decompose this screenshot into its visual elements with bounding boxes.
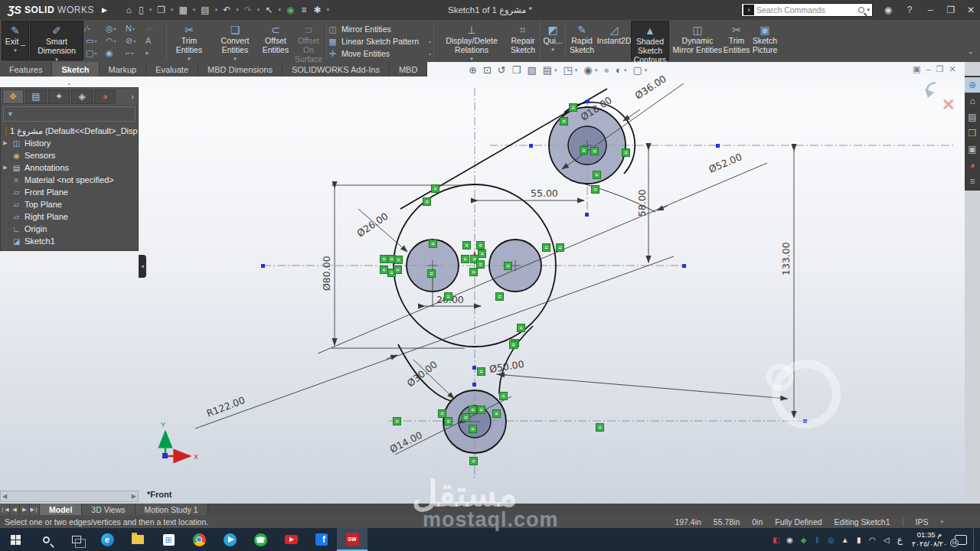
panel-splitter-handle[interactable]: ◂ [139, 255, 146, 278]
display-style-icon[interactable]: ◉ [583, 64, 592, 76]
zoom-area-icon[interactable]: ⊡ [483, 64, 492, 76]
tree-item-top-plane[interactable]: ▱ Top Plane [2, 198, 138, 210]
tray-app2-icon[interactable]: ◉ [786, 536, 795, 544]
file-properties-icon[interactable]: ≡ [299, 4, 309, 16]
constraint-icon[interactable]: = [580, 146, 588, 155]
facebook-app[interactable]: f [306, 528, 337, 551]
convert-entities-button[interactable]: ❏ Convert Entities ▾ [211, 21, 259, 60]
ellipse-tool[interactable]: ⊘▾ [126, 34, 145, 47]
constraint-icon[interactable]: = [477, 406, 485, 414]
tab-display-manager[interactable]: ◕ [94, 90, 116, 104]
previous-view-icon[interactable]: ↺ [498, 64, 506, 76]
tab-property-manager[interactable]: ▤ [25, 90, 47, 104]
nav-next-icon[interactable]: ▶ [20, 504, 30, 515]
tab-features[interactable]: Features [0, 62, 52, 77]
doc-restore-icon[interactable]: ❐ [936, 64, 944, 74]
minimize-button[interactable]: – [921, 0, 939, 20]
print-icon[interactable]: ▤ [198, 4, 211, 16]
shaded-sketch-contours-button[interactable]: ▲ Shaded Sketch Contours [631, 21, 669, 60]
3dexperience-icon[interactable]: ⊕ [965, 77, 980, 93]
constraint-icon[interactable]: = [476, 241, 485, 249]
graphics-area[interactable]: Ø36.00 Ø18.00 55.00 58.00 Ø52.00 Ø26.00 … [0, 62, 980, 504]
tab-dimxpert-manager[interactable]: ◈ [71, 90, 93, 104]
sketch-point[interactable] [585, 213, 589, 217]
unit-system[interactable]: IPS [916, 517, 929, 527]
start-button[interactable] [0, 528, 31, 551]
tab-motion-study[interactable]: Motion Study 1 [136, 504, 208, 515]
constraint-icon[interactable]: = [590, 147, 599, 155]
scroll-left-icon[interactable]: ◀ [2, 493, 7, 500]
logo-flyout-icon[interactable]: ▶ [102, 6, 107, 14]
new-document-icon[interactable]: ▯ [136, 4, 146, 16]
constraint-icon[interactable]: = [469, 268, 478, 276]
battery-icon[interactable]: ▮ [854, 536, 864, 544]
constraint-icon[interactable]: = [499, 392, 508, 400]
tab-solidworks-addins[interactable]: SOLIDWORKS Add-Ins [283, 62, 390, 77]
solidworks-app[interactable]: SW [337, 528, 368, 551]
constraint-icon[interactable]: = [462, 413, 470, 422]
view-settings-icon[interactable]: ▢ [632, 64, 642, 76]
constraint-icon[interactable]: = [431, 184, 439, 193]
constraint-icon[interactable]: = [462, 241, 471, 249]
nav-first-icon[interactable]: ❘◀ [0, 504, 10, 515]
tab-model[interactable]: Model [40, 504, 82, 515]
display-delete-relations-button[interactable]: ⟂ Display/Delete Relations ▾ [436, 21, 507, 60]
constraint-icon[interactable]: = [429, 240, 437, 248]
file-explorer-app[interactable] [122, 528, 153, 551]
view-orientation-icon[interactable]: ◳ [563, 64, 572, 76]
select-cursor-icon[interactable]: ↖ [263, 4, 275, 16]
constraint-icon[interactable]: = [444, 292, 452, 301]
view-palette-icon[interactable]: ▣ [965, 142, 980, 157]
circle-tool[interactable]: ◎▾ [106, 22, 126, 34]
constraint-icon[interactable]: = [427, 269, 436, 278]
tab-feature-tree[interactable]: ❖ [2, 90, 24, 104]
tree-item-origin[interactable]: ∟ Origin [2, 223, 138, 235]
constraint-icon[interactable]: = [469, 425, 477, 433]
zoom-fit-icon[interactable]: ⊕ [469, 64, 477, 76]
fillet-tool[interactable]: ⌐▾ [126, 47, 145, 59]
section-view-icon[interactable]: ❒ [512, 64, 521, 76]
point-tool[interactable]: ◉ [106, 47, 126, 59]
exit-sketch-button[interactable]: ✎ Exit _ ▾ [2, 21, 29, 60]
constraint-icon[interactable]: = [560, 117, 568, 126]
tray-app4-icon[interactable]: ◎ [827, 536, 836, 544]
instant2d-button[interactable]: ◿ Instant2D [598, 21, 630, 60]
tab-mbd[interactable]: MBD [390, 62, 427, 77]
taskbar-search-button[interactable] [31, 528, 61, 551]
constraint-icon[interactable]: = [394, 266, 402, 274]
constraint-icon[interactable]: = [569, 103, 577, 112]
view-sheet-icon[interactable]: ▤ [543, 64, 552, 76]
tree-item-history[interactable]: ▶ ◫ History [2, 137, 138, 149]
sketch-point[interactable] [529, 144, 533, 148]
constraint-icon[interactable]: = [477, 367, 485, 376]
volume-icon[interactable]: ◁ [882, 536, 891, 544]
smart-dimension-button[interactable]: ✐ Smart Dimension ▾ [30, 21, 83, 60]
point-small-tool[interactable]: ▪ [145, 47, 165, 59]
constraint-icon[interactable]: = [461, 255, 469, 263]
constraint-icon[interactable]: = [444, 417, 452, 425]
repair-sketch-button[interactable]: ⌗ Repair Sketch [508, 21, 538, 60]
telegram-app[interactable] [214, 528, 245, 551]
undo-icon[interactable]: ↶ [220, 4, 233, 16]
tree-item-material[interactable]: ≡ Material <not specified> [2, 174, 138, 186]
constraint-icon[interactable]: = [504, 262, 512, 270]
performance-icon[interactable]: ◉ [284, 4, 296, 16]
constraint-icon[interactable]: = [517, 324, 525, 332]
notification-center-icon[interactable]: ١٤ [955, 535, 967, 545]
constraint-icon[interactable]: = [591, 185, 599, 194]
constraint-icon[interactable]: = [393, 417, 401, 425]
panel-grip[interactable]: • [0, 80, 139, 87]
constraint-icon[interactable]: = [556, 243, 564, 252]
edge-app[interactable]: e [92, 528, 122, 551]
slot-tool[interactable]: ▢▾ [86, 47, 106, 59]
move-entities-button[interactable]: ✛ Move Entities ▾ [328, 47, 431, 60]
clock[interactable]: 01:35 م ٢٠٢٥/٠٨/٢٠ [909, 530, 950, 549]
search-icon[interactable] [858, 7, 864, 13]
constraint-icon[interactable]: = [469, 457, 478, 465]
task-view-button[interactable] [61, 528, 92, 551]
constraint-icon[interactable]: = [492, 409, 501, 418]
ribbon-collapse-icon[interactable]: ⌃ [968, 51, 974, 59]
quick-snaps-button[interactable]: ◩ Qui... ▾ [542, 21, 564, 60]
appearances-icon[interactable]: ◕ [965, 158, 980, 173]
security-shield-icon[interactable]: ▲ [841, 536, 850, 544]
